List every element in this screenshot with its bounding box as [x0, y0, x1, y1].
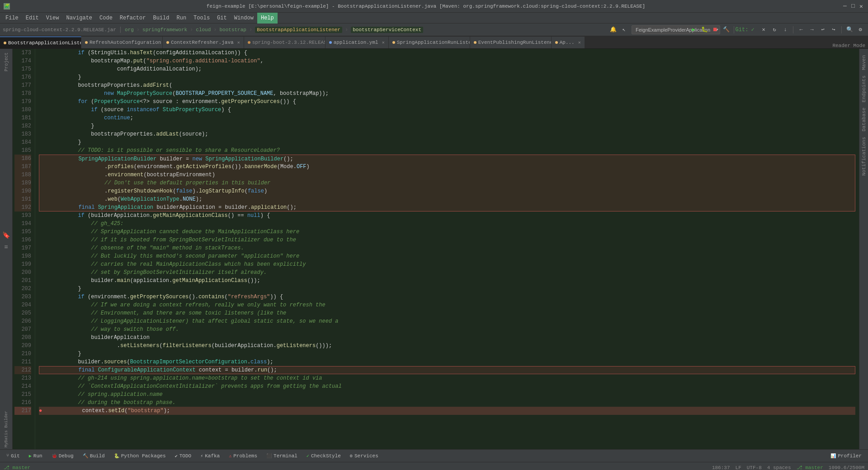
menu-refactor[interactable]: Refactor	[116, 13, 150, 24]
tab-event-publishing[interactable]: EventPublishingRunListener.java ✕	[470, 37, 552, 48]
tab-dot-jar	[248, 41, 250, 44]
close-button[interactable]: ✕	[858, 3, 864, 9]
code-line-188: .environment(bootstrapEnvironment)	[39, 171, 855, 179]
code-line-202: }	[39, 285, 855, 293]
menu-git[interactable]: Git	[213, 13, 231, 24]
back-btn[interactable]: ←	[796, 25, 806, 35]
database-panel-tab[interactable]: Database	[860, 105, 868, 134]
reader-mode[interactable]: Reader Mode	[830, 43, 868, 48]
menu-view[interactable]: View	[42, 13, 63, 24]
git-pull-btn[interactable]: ↓	[780, 25, 790, 35]
bookmark-panel-icon[interactable]: 🔖	[1, 230, 12, 241]
build-toolbar-btn[interactable]: 🔨 Build	[79, 451, 108, 461]
code-line-210: }	[39, 350, 855, 358]
breadcrumb-listener: BootstrapApplicationListener	[255, 27, 342, 33]
structure-panel-icon[interactable]: ≡	[1, 242, 12, 253]
code-line-187: .profiles(environment.getActiveProfiles(…	[39, 163, 855, 171]
code-line-191: .web(WebApplicationType.NONE);	[39, 195, 855, 203]
redo-btn[interactable]: ↪	[829, 25, 839, 35]
code-line-203: if (environment.getPropertySources().con…	[39, 293, 855, 301]
bottom-toolbar: ⑂ Git ▶ Run 🐞 Debug 🔨 Build 🐍 Python Pac…	[0, 449, 868, 462]
tab-refresh-auto[interactable]: RefreshAutoConfiguration.java ✕	[81, 37, 163, 48]
checkstyle-icon: ✓	[307, 453, 309, 459]
minimize-button[interactable]: ─	[842, 3, 848, 9]
build-button[interactable]: 🔨	[721, 25, 731, 35]
menu-code[interactable]: Code	[96, 13, 116, 24]
todo-btn[interactable]: ✔ TODO	[171, 451, 195, 461]
run-button[interactable]: ▶	[689, 25, 698, 35]
git-toolbar-btn[interactable]: ⑂ Git	[3, 451, 24, 461]
cursor-btn[interactable]: ↖	[619, 25, 629, 35]
menu-edit[interactable]: Edit	[22, 13, 42, 24]
git-check-btn[interactable]: ✓	[748, 25, 758, 35]
project-name: spring-cloud-context-2.2.9.RELEASE.jar	[3, 27, 116, 33]
git-x-btn[interactable]: ✕	[759, 25, 769, 35]
endpoints-panel-tab[interactable]: Endpoints	[860, 73, 868, 105]
undo-btn[interactable]: ↩	[818, 25, 828, 35]
status-encoding[interactable]: UTF-8	[747, 465, 762, 470]
notification-btn[interactable]: 🔔	[608, 25, 618, 35]
search-btn[interactable]: 🔍	[844, 25, 854, 35]
forward-btn[interactable]: →	[807, 25, 817, 35]
tab-bar: BootstrapApplicationListener.java ✕ Refr…	[0, 36, 868, 49]
code-line-209: .setListeners(filterListeners(builderApp…	[39, 342, 855, 350]
window-controls[interactable]: ─ □ ✕	[842, 3, 864, 9]
maximize-button[interactable]: □	[850, 3, 856, 9]
code-line-207: // way to switch those off.	[39, 325, 855, 334]
debug-button[interactable]: 🐛	[699, 25, 709, 35]
kafka-btn[interactable]: ⚡ Kafka	[197, 451, 223, 461]
maven-panel-tab[interactable]: Maven	[860, 52, 868, 73]
code-line-184: }	[39, 138, 855, 146]
problems-btn[interactable]: ⚠ Problems	[225, 451, 261, 461]
run-toolbar-btn[interactable]: ▶ Run	[25, 451, 46, 461]
status-git-master: ⎇ master	[797, 465, 823, 470]
problems-icon: ⚠	[229, 453, 231, 459]
tab-application-yml[interactable]: application.yml ✕	[326, 37, 389, 48]
code-line-186: SpringApplicationBuilder builder = new S…	[39, 155, 855, 163]
tab-close-8[interactable]: ✕	[578, 40, 581, 45]
tab-close-3[interactable]: ✕	[237, 40, 240, 45]
project-panel-icon[interactable]: Project	[1, 51, 12, 73]
menu-build[interactable]: Build	[149, 13, 173, 24]
tab-context-refresher[interactable]: ContextRefresher.java ✕	[163, 37, 244, 48]
tab-close-5[interactable]: ✕	[382, 40, 385, 45]
code-line-213: // gh-214 using spring.application.name=…	[39, 374, 855, 382]
tab-dot-java	[4, 42, 6, 44]
code-line-173: if (StringUtils.hasText(configAdditional…	[39, 49, 855, 57]
menu-navigate[interactable]: Navigate	[62, 13, 96, 24]
python-packages-btn[interactable]: 🐍 Python Packages	[110, 451, 170, 461]
terminal-btn[interactable]: ⬛ Terminal	[263, 451, 301, 461]
breadcrumb-bootstrap: bootstrap	[220, 27, 246, 33]
git-sync-btn[interactable]: ↻	[769, 25, 779, 35]
debug-icon: 🐞	[52, 453, 57, 459]
status-line-col[interactable]: 186:37	[712, 465, 730, 470]
menu-run[interactable]: Run	[173, 13, 190, 24]
code-line-181: continue;	[39, 114, 855, 122]
mybatis-panel-icon[interactable]: MyBatis Builder	[1, 409, 12, 449]
menu-file[interactable]: File	[2, 13, 22, 24]
tab-config-file-listener[interactable]: spring-boot-2.3.12.RELEASE-sources.jar!\…	[244, 37, 326, 48]
code-line-180: if (source instanceof StubPropertySource…	[39, 106, 855, 114]
settings-btn[interactable]: ⚙	[855, 25, 865, 35]
debug-toolbar-btn[interactable]: 🐞 Debug	[48, 451, 77, 461]
git-ok-btn[interactable]: Git:	[737, 25, 747, 35]
breadcrumb-spring: springframework	[142, 27, 187, 33]
code-line-211: builder.sources(BootstrapImportSelectorC…	[39, 358, 855, 366]
checkstyle-btn[interactable]: ✓ CheckStyle	[303, 451, 344, 461]
menu-tools[interactable]: Tools	[190, 13, 213, 24]
services-btn[interactable]: ⚙ Services	[346, 451, 382, 461]
tab-spring-run-listeners[interactable]: SpringApplicationRunListeners.java ✕	[389, 37, 470, 48]
menu-help[interactable]: Help	[257, 13, 278, 24]
tab-ap[interactable]: Ap... ✕	[552, 37, 585, 48]
menu-window[interactable]: Window	[231, 13, 257, 24]
notifications-panel-tab[interactable]: Notifications	[860, 134, 868, 179]
tab-bootstrap-listener[interactable]: BootstrapApplicationListener.java ✕	[0, 37, 81, 48]
code-line-205: // Environment, and there are some toxic…	[39, 309, 855, 317]
status-indent[interactable]: 4 spaces	[767, 465, 791, 470]
stop-button[interactable]: ⏹	[710, 25, 720, 35]
profiler-btn[interactable]: 📊 Profiler	[827, 451, 865, 461]
window-title: feign-example [E:\personal\feign-example…	[14, 4, 838, 9]
tab-dot-java3	[166, 41, 169, 44]
code-line-189: // Don't use the default properties in t…	[39, 179, 855, 187]
status-lf: LF	[736, 465, 741, 470]
